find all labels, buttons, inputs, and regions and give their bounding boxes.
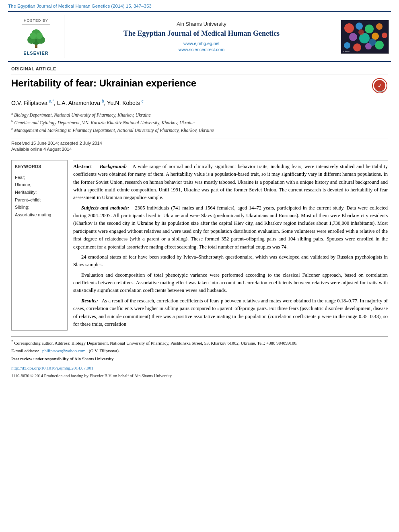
abstract-para3: Evaluation and decomposition of total ph… (73, 271, 388, 295)
email-link[interactable]: philiptsova@yahoo.com (42, 348, 86, 353)
keyword-3: Heritability; (15, 189, 64, 196)
hosted-by-text: HOSTED BY (22, 17, 50, 25)
affiliations: a Biology Department, National Universit… (11, 111, 388, 134)
top-bar: The Egyptian Journal of Medical Human Ge… (0, 0, 399, 11)
available-date: Available online 4 August 2014 (11, 146, 388, 152)
svg-point-19 (375, 41, 384, 49)
abstract-para2: 24 emotional states of fear have been st… (73, 253, 388, 269)
abstract-label: Abstract (73, 164, 92, 169)
svg-text:✓: ✓ (378, 83, 382, 89)
background-label: Background: (100, 164, 127, 169)
journal-website1[interactable]: www.ejmhg.eg.net (72, 41, 331, 47)
svg-text:CrossMark: CrossMark (375, 90, 385, 92)
abstract-text: Abstract Background: A wide range of nor… (73, 163, 388, 329)
email-name: (O.V. Filiptsova). (89, 348, 120, 353)
article-title-row: Heritability of fear: Ukrainian experien… (11, 78, 388, 94)
corresponding-text: author. Address: Biology Department, Nat… (41, 341, 297, 345)
keyword-1: Fear; (15, 174, 64, 181)
affiliation-c: c Management and Marketing in Pharmacy D… (11, 126, 388, 134)
results-label: Results: (81, 298, 98, 304)
abstract-results: Results: As a result of the research, co… (73, 297, 388, 329)
affiliation-b: b Genetics and Cytology Department, V.N.… (11, 119, 388, 126)
keywords-box: KEYWORDS Fear; Ukraine; Heritability; Pa… (11, 160, 68, 331)
svg-point-8 (344, 23, 354, 33)
doi-link[interactable]: http://dx.doi.org/10.1016/j.ejmhg.2014.0… (11, 366, 93, 370)
svg-point-5 (30, 33, 36, 39)
svg-point-16 (344, 42, 350, 49)
footnote-corresponding: * Corresponding author. Address: Biology… (11, 339, 388, 346)
subjects-label: Subjects and methods: (81, 205, 129, 211)
journal-website2[interactable]: www.sciencedirect.com (72, 47, 331, 53)
header-right: EJMHG (339, 15, 391, 58)
svg-point-6 (36, 33, 43, 39)
journal-citation-link[interactable]: The Egyptian Journal of Medical Human Ge… (8, 4, 152, 8)
authors-line: O.V. Filiptsova a,*, L.A. Atramentova b,… (11, 99, 388, 107)
svg-point-21 (369, 39, 376, 46)
keyword-2: Ukraine; (15, 181, 64, 189)
svg-text:EJMHG: EJMHG (343, 50, 350, 53)
journal-cover-image: EJMHG (341, 20, 389, 54)
keyword-4: Parent–child; (15, 196, 64, 204)
university-name: Ain Shams University (72, 21, 331, 28)
email-label: E-mail address: (11, 348, 39, 353)
footnote-peer-review: Peer review under responsibility of Ain … (11, 355, 388, 362)
crossmark-badge[interactable]: ✓ CrossMark (372, 78, 388, 94)
header-links: www.ejmhg.eg.net www.sciencedirect.com (72, 41, 331, 53)
header-center: Ain Shams University The Egyptian Journa… (64, 15, 339, 58)
svg-point-12 (349, 33, 357, 41)
article-body: ORIGINAL ARTICLE Heritability of fear: U… (0, 62, 399, 387)
header-left: HOSTED BY ELSEVIER (8, 15, 64, 58)
journal-title-header: The Egyptian Journal of Medical Human Ge… (72, 29, 331, 38)
cover-svg: EJMHG (341, 20, 389, 53)
keyword-6: Assortative mating (15, 211, 64, 219)
abstract-section: Abstract Background: A wide range of nor… (73, 160, 388, 331)
footnote-email: E-mail address: philiptsova@yahoo.com (O… (11, 347, 388, 354)
elsevier-tree-icon (24, 27, 48, 49)
corresponding-label: Corresponding (14, 341, 40, 345)
abstract-subjects: Subjects and methods: 2305 individuals (… (73, 204, 388, 251)
results-text: As a result of the research, correlation… (73, 298, 388, 327)
footnotes-section: * Corresponding author. Address: Biology… (11, 336, 388, 379)
article-type: ORIGINAL ARTICLE (11, 66, 388, 74)
keywords-title: KEYWORDS (15, 164, 64, 171)
keyword-5: Sibling; (15, 203, 64, 211)
journal-header: HOSTED BY ELSEVIER Ain Shams University … (8, 11, 391, 62)
abstract-background: Abstract Background: A wide range of nor… (73, 163, 388, 202)
dates-section: Received 15 June 2014; accepted 2 July 2… (11, 138, 388, 155)
subjects-text: 2305 individuals (741 males and 1564 fem… (73, 205, 388, 250)
svg-point-9 (356, 23, 363, 30)
issn-line: 1110-8630 © 2014 Production and hosting … (11, 373, 388, 379)
svg-point-11 (376, 23, 383, 30)
svg-point-10 (365, 25, 374, 33)
svg-point-15 (382, 33, 387, 38)
elsevier-logo: ELSEVIER (23, 27, 48, 56)
doi-line: http://dx.doi.org/10.1016/j.ejmhg.2014.0… (11, 365, 388, 371)
received-date: Received 15 June 2014; accepted 2 July 2… (11, 140, 388, 146)
elsevier-brand: ELSEVIER (23, 50, 48, 56)
svg-point-17 (353, 43, 361, 51)
svg-point-20 (358, 29, 364, 35)
affiliation-a: a Biology Department, National Universit… (11, 111, 388, 119)
article-title: Heritability of fear: Ukrainian experien… (11, 78, 368, 89)
main-content: KEYWORDS Fear; Ukraine; Heritability; Pa… (11, 160, 388, 331)
